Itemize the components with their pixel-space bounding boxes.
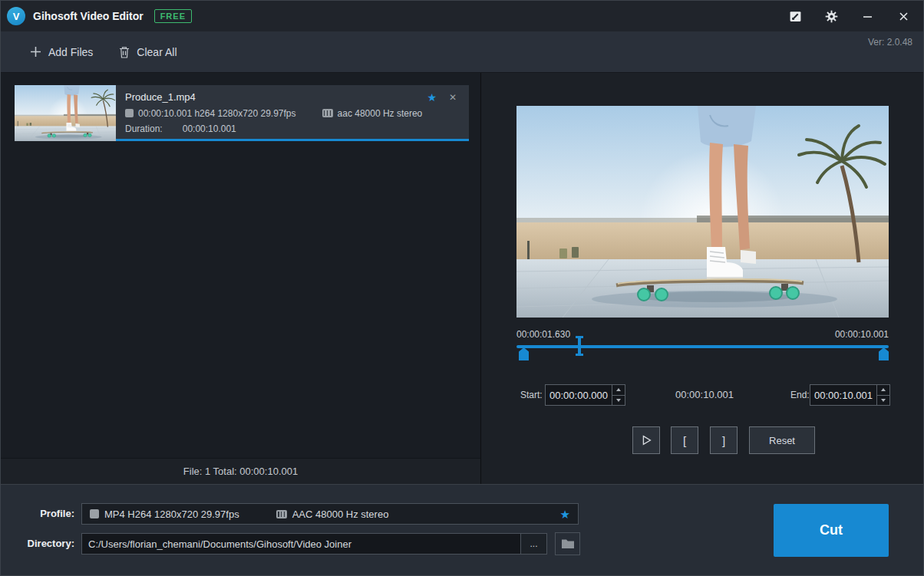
profile-selector[interactable]: MP4 H264 1280x720 29.97fps AAC 48000 Hz … (81, 503, 579, 525)
feedback-icon (789, 10, 802, 23)
start-label: Start: (520, 384, 543, 406)
file-list-panel: Produce_1.mp4 ★ ✕ 00:00:10.001 h264 1280… (1, 73, 481, 484)
settings-button[interactable] (823, 8, 839, 24)
favorite-star-icon[interactable]: ★ (427, 92, 437, 103)
duration-value: 00:00:10.001 (183, 123, 236, 134)
duration-label: Duration: (125, 123, 163, 134)
app-title: Gihosoft Video Editor (33, 10, 144, 22)
remove-item-icon[interactable]: ✕ (449, 93, 457, 102)
video-preview (516, 106, 889, 318)
file-name: Produce_1.mp4 (125, 91, 196, 103)
minimize-icon (863, 12, 873, 21)
output-bar: Profile: MP4 H264 1280x720 29.97fps AAC … (1, 484, 923, 576)
mark-out-button[interactable]: ] (710, 426, 738, 454)
toolbar: Add Files Clear All Ver: 2.0.48 (1, 31, 923, 73)
cut-button[interactable]: Cut (774, 504, 889, 557)
clear-all-button[interactable]: Clear All (119, 46, 177, 58)
version-text: Ver: 2.0.48 (868, 37, 912, 48)
trim-row: Start: 00:00:10.001 End: (482, 384, 924, 406)
directory-label: Directory: (1, 533, 74, 555)
reset-button[interactable]: Reset (749, 426, 815, 454)
video-info: 00:00:10.001 h264 1280x720 29.97fps (138, 108, 296, 119)
title-bar: V Gihosoft Video Editor FREE (1, 1, 923, 31)
timeline-track[interactable] (516, 345, 889, 348)
video-stream-icon (125, 109, 134, 117)
close-button[interactable] (896, 8, 911, 24)
app-window: V Gihosoft Video Editor FREE (0, 0, 924, 576)
profile-star-icon[interactable]: ★ (560, 509, 570, 520)
audio-stream-icon (322, 109, 333, 117)
add-files-label: Add Files (48, 46, 93, 58)
start-time-spinbox (545, 384, 625, 406)
profile-label: Profile: (1, 503, 74, 525)
start-time-input[interactable] (546, 385, 612, 405)
directory-path-input[interactable] (81, 533, 521, 555)
end-spin-down-button[interactable] (877, 395, 889, 406)
trash-icon (119, 46, 130, 58)
profile-video-info: MP4 H264 1280x720 29.97fps (104, 509, 239, 520)
close-icon (899, 12, 909, 21)
end-time-spinbox (810, 384, 890, 406)
profile-audio-info: AAC 48000 Hz stereo (292, 509, 389, 520)
audio-stream-icon (276, 510, 287, 518)
folder-icon (561, 538, 575, 549)
play-button[interactable] (632, 426, 660, 454)
video-stream-icon (90, 509, 99, 518)
browse-button[interactable]: ... (520, 533, 547, 555)
file-list-summary: File: 1 Total: 00:00:10.001 (1, 458, 480, 484)
free-badge: FREE (154, 9, 192, 23)
minimize-button[interactable] (860, 8, 875, 24)
preview-panel: 00:00:01.630 00:00:10.001 Start: 00:00:1… (482, 73, 924, 484)
end-label: End: (790, 384, 810, 406)
timeline-duration-time: 00:00:10.001 (835, 329, 889, 340)
arrow-down-icon (616, 399, 621, 402)
start-spin-up-button[interactable] (612, 385, 625, 395)
file-list-item[interactable]: Produce_1.mp4 ★ ✕ 00:00:10.001 h264 1280… (15, 85, 469, 141)
end-spin-up-button[interactable] (877, 385, 889, 395)
arrow-up-icon (881, 388, 886, 391)
add-files-button[interactable]: Add Files (30, 46, 93, 58)
file-info: Produce_1.mp4 ★ ✕ 00:00:10.001 h264 1280… (116, 85, 469, 139)
feedback-button[interactable] (787, 8, 803, 24)
trim-end-handle[interactable] (879, 347, 889, 360)
clear-all-label: Clear All (137, 46, 177, 58)
open-folder-button[interactable] (555, 532, 580, 555)
control-row: [ ] Reset (482, 426, 924, 454)
gear-icon (825, 10, 838, 23)
arrow-up-icon (616, 388, 621, 391)
mark-in-button[interactable]: [ (671, 426, 698, 454)
plus-icon (30, 46, 41, 58)
playhead[interactable] (576, 336, 583, 356)
end-time-input[interactable] (810, 385, 876, 405)
play-icon (639, 433, 653, 447)
arrow-down-icon (881, 399, 886, 402)
app-logo-icon: V (7, 7, 25, 25)
total-duration-value: 00:00:10.001 (658, 384, 751, 406)
audio-info: aac 48000 Hz stereo (338, 108, 423, 119)
file-thumbnail (15, 85, 116, 141)
timeline-position-time: 00:00:01.630 (516, 329, 570, 340)
start-spin-down-button[interactable] (612, 395, 625, 406)
trim-start-handle[interactable] (519, 347, 529, 360)
